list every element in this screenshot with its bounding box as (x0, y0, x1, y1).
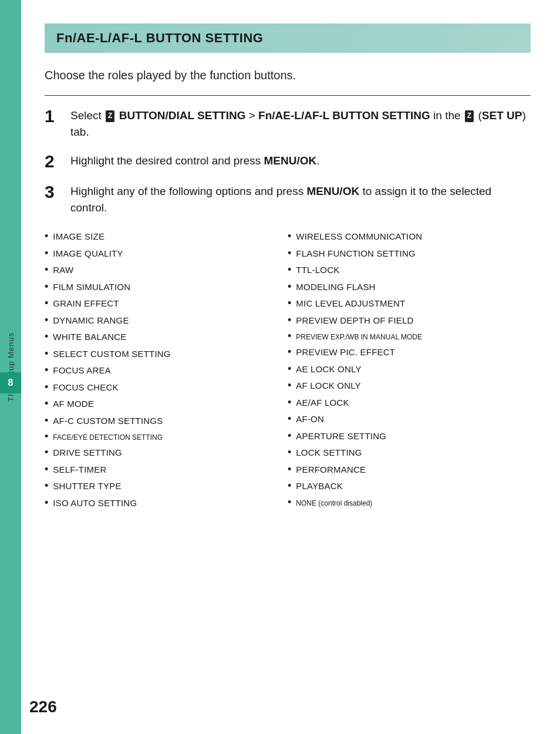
option-text: MODELING FLASH (296, 281, 375, 294)
option-text: IMAGE QUALITY (53, 247, 123, 261)
option-text: WIRELESS COMMUNICATION (296, 230, 422, 244)
option-text: PREVIEW DEPTH OF FIELD (296, 314, 413, 328)
list-item: •SELECT CUSTOM SETTING (45, 346, 288, 363)
bullet-icon: • (45, 331, 48, 342)
list-item: •DYNAMIC RANGE (45, 312, 288, 329)
option-text: PREVIEW PIC. EFFECT (296, 346, 395, 359)
option-text: AE/AF LOCK (296, 396, 349, 410)
option-text: AF MODE (53, 398, 94, 411)
list-item: •SELF-TIMER (45, 462, 288, 479)
option-text: ISO AUTO SETTING (53, 497, 137, 510)
step-2-number: 2 (45, 153, 61, 170)
bullet-icon: • (288, 231, 291, 241)
step-1-text: Select Z BUTTON/DIAL SETTING > Fn/AE-L/A… (70, 107, 531, 140)
list-item: •WHITE BALANCE (45, 329, 288, 346)
option-text: FACE/EYE DETECTION SETTING (53, 432, 163, 443)
bullet-icon: • (45, 447, 48, 457)
bullet-icon: • (45, 480, 48, 491)
option-text: RAW (53, 264, 73, 277)
option-text: SELECT CUSTOM SETTING (53, 348, 170, 361)
sidebar-page-number: 8 (8, 378, 14, 388)
bullet-icon: • (45, 431, 48, 442)
setup-icon-2: Z (465, 110, 474, 122)
step-3-text: Highlight any of the following options a… (70, 183, 531, 216)
bullet-icon: • (45, 382, 48, 392)
list-item: •TTL-LOCK (288, 262, 531, 279)
option-text: DYNAMIC RANGE (53, 314, 129, 328)
list-item: •LOCK SETTING (288, 445, 531, 462)
page-number-bottom: 226 (29, 698, 57, 716)
list-item: •SHUTTER TYPE (45, 478, 288, 495)
bullet-icon: • (288, 331, 291, 341)
option-text: LOCK SETTING (296, 446, 362, 460)
bullet-icon: • (288, 397, 291, 408)
bullet-icon: • (288, 480, 291, 491)
bullet-icon: • (288, 447, 291, 457)
bullet-icon: • (45, 415, 48, 426)
option-text: SHUTTER TYPE (53, 480, 121, 493)
option-text: SELF-TIMER (53, 463, 106, 477)
list-item: •DRIVE SETTING (45, 445, 288, 462)
page-title: Fn/AE-L/AF-L BUTTON SETTING (56, 31, 263, 45)
list-item: •IMAGE QUALITY (45, 245, 288, 262)
option-text: WHITE BALANCE (53, 331, 126, 344)
list-item: •NONE (control disabled) (288, 495, 531, 510)
option-text: AF-C CUSTOM SETTINGS (53, 415, 163, 428)
option-text: APERTURE SETTING (296, 430, 386, 443)
list-item: •IMAGE SIZE (45, 228, 288, 245)
sidebar: The Setup Menus 8 (0, 0, 21, 734)
options-section: •IMAGE SIZE•IMAGE QUALITY•RAW•FILM SIMUL… (45, 228, 531, 511)
bullet-icon: • (45, 231, 48, 241)
bullet-icon: • (288, 264, 291, 275)
bullet-icon: • (288, 281, 291, 292)
bullet-icon: • (45, 348, 48, 359)
bullet-icon: • (45, 248, 48, 258)
list-item: •FOCUS AREA (45, 362, 288, 379)
option-text: GRAIN EFFECT (53, 297, 119, 311)
step-2: 2 Highlight the desired control and pres… (45, 153, 531, 170)
list-item: •RAW (45, 262, 288, 279)
list-item: •APERTURE SETTING (288, 428, 531, 445)
list-item: •WIRELESS COMMUNICATION (288, 228, 531, 245)
option-text: MIC LEVEL ADJUSTMENT (296, 297, 405, 311)
bullet-icon: • (45, 264, 48, 275)
bullet-icon: • (45, 497, 48, 508)
list-item: •AE LOCK ONLY (288, 361, 531, 378)
options-right-col: •WIRELESS COMMUNICATION•FLASH FUNCTION S… (288, 228, 531, 511)
option-text: AF LOCK ONLY (296, 379, 360, 393)
bullet-icon: • (45, 281, 48, 292)
list-item: •ISO AUTO SETTING (45, 495, 288, 512)
setup-icon-1: Z (106, 110, 114, 122)
list-item: •AF-ON (288, 411, 531, 428)
bullet-icon: • (288, 497, 291, 507)
option-text: TTL-LOCK (296, 264, 339, 277)
option-text: FILM SIMULATION (53, 281, 130, 294)
bullet-icon: • (288, 298, 291, 308)
list-item: •FLASH FUNCTION SETTING (288, 245, 531, 262)
main-content: Fn/AE-L/AF-L BUTTON SETTING Choose the r… (21, 0, 560, 535)
bullet-icon: • (288, 430, 291, 441)
list-item: •FILM SIMULATION (45, 279, 288, 296)
bullet-icon: • (288, 413, 291, 424)
list-item: •FOCUS CHECK (45, 379, 288, 396)
subtitle: Choose the roles played by the function … (45, 67, 531, 83)
sidebar-page-number-box: 8 (0, 372, 21, 393)
bullet-icon: • (45, 298, 48, 308)
bullet-icon: • (288, 464, 291, 474)
options-left-col: •IMAGE SIZE•IMAGE QUALITY•RAW•FILM SIMUL… (45, 228, 288, 511)
option-text: DRIVE SETTING (53, 446, 122, 460)
option-text: IMAGE SIZE (53, 230, 104, 244)
step-1: 1 Select Z BUTTON/DIAL SETTING > Fn/AE-L… (45, 107, 531, 140)
list-item: •AF-C CUSTOM SETTINGS (45, 413, 288, 430)
option-text: NONE (control disabled) (296, 498, 372, 509)
sidebar-label: The Setup Menus (6, 321, 15, 413)
bullet-icon: • (45, 365, 48, 375)
list-item: •FACE/EYE DETECTION SETTING (45, 429, 288, 445)
bullet-icon: • (288, 380, 291, 390)
list-item: •PREVIEW PIC. EFFECT (288, 344, 531, 361)
option-text: PLAYBACK (296, 480, 343, 493)
option-text: AF-ON (296, 413, 324, 426)
option-text: PERFORMANCE (296, 463, 366, 477)
list-item: •MODELING FLASH (288, 279, 531, 296)
list-item: •MIC LEVEL ADJUSTMENT (288, 295, 531, 312)
